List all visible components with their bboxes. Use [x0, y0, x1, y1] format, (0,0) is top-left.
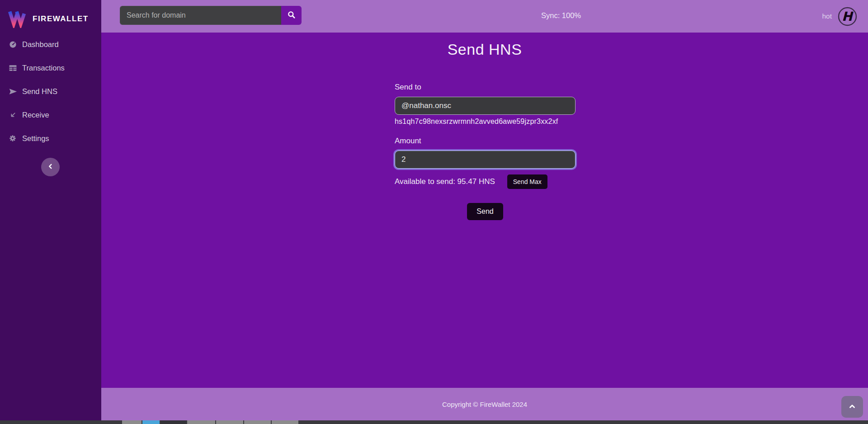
taskbar-segment[interactable] [187, 420, 215, 424]
sidebar-item-label: Settings [22, 134, 49, 143]
wallet-selector[interactable]: hot H [822, 0, 857, 33]
amount-input[interactable] [395, 151, 576, 169]
taskbar-segment[interactable] [142, 420, 160, 424]
taskbar-segment[interactable] [216, 420, 243, 424]
domain-search [120, 6, 302, 25]
sidebar-item-label: Dashboard [22, 40, 59, 49]
footer: Copyright © FireWallet 2024 [101, 388, 868, 420]
sidebar-item-label: Receive [22, 111, 49, 119]
domain-search-input[interactable] [120, 6, 281, 25]
scroll-to-top-button[interactable] [841, 396, 863, 418]
send-form: Send to hs1qh7c98nexsrzwrmnh2avved6awe59… [395, 83, 576, 220]
bottom-taskbar-strip[interactable] [0, 420, 868, 424]
svg-text:H: H [842, 9, 854, 24]
sidebar-item-label: Transactions [22, 64, 65, 72]
amount-label: Amount [395, 137, 576, 146]
taskbar-segment[interactable] [160, 420, 186, 424]
taskbar-segment[interactable] [244, 420, 271, 424]
app-window: FIREWALLET Dashboard [0, 0, 868, 424]
sidebar-item-send-hns[interactable]: Send HNS [0, 80, 101, 103]
sidebar-item-label: Send HNS [22, 87, 57, 96]
sidebar-collapse-button[interactable] [41, 158, 60, 176]
send-max-button[interactable]: Send Max [507, 174, 547, 189]
sidebar: FIREWALLET Dashboard [0, 0, 101, 420]
available-balance: Available to send: 95.47 HNS [395, 177, 495, 186]
search-button[interactable] [281, 6, 302, 25]
brand[interactable]: FIREWALLET [0, 0, 101, 32]
sidebar-nav: Dashboard Transactions [0, 33, 101, 150]
dashboard-icon [8, 40, 17, 49]
chevron-up-icon [847, 401, 857, 413]
sidebar-item-settings[interactable]: Settings [0, 127, 101, 150]
chevron-left-icon [46, 161, 56, 173]
page-title: Send HNS [101, 41, 868, 58]
topbar: Sync: 100% hot H [101, 0, 868, 33]
send-row: Send [395, 203, 576, 220]
receive-icon [8, 110, 17, 119]
settings-icon [8, 134, 17, 143]
handshake-wallet-icon[interactable]: H [838, 7, 857, 26]
sync-status: Sync: 100% [541, 11, 581, 20]
taskbar-segment[interactable] [122, 420, 142, 424]
send-button[interactable]: Send [467, 203, 503, 220]
wallet-name: hot [822, 12, 832, 20]
main-content: Send HNS Send to hs1qh7c98nexsrzwrmnh2av… [101, 33, 868, 388]
send-icon [8, 87, 17, 96]
sidebar-item-dashboard[interactable]: Dashboard [0, 33, 101, 56]
taskbar-segment[interactable] [272, 420, 298, 424]
sidebar-item-receive[interactable]: Receive [0, 103, 101, 127]
available-row: Available to send: 95.47 HNS Send Max [395, 174, 576, 189]
brand-title: FIREWALLET [33, 14, 89, 24]
transactions-icon [8, 63, 17, 72]
resolved-address: hs1qh7c98nexsrzwrmnh2avved6awe59jzpr3xx2… [395, 118, 576, 127]
firewallet-logo-icon [7, 8, 27, 30]
send-to-input[interactable] [395, 97, 576, 115]
copyright-text: Copyright © FireWallet 2024 [442, 400, 527, 408]
send-to-label: Send to [395, 83, 576, 92]
sidebar-item-transactions[interactable]: Transactions [0, 56, 101, 80]
search-icon [287, 10, 296, 20]
